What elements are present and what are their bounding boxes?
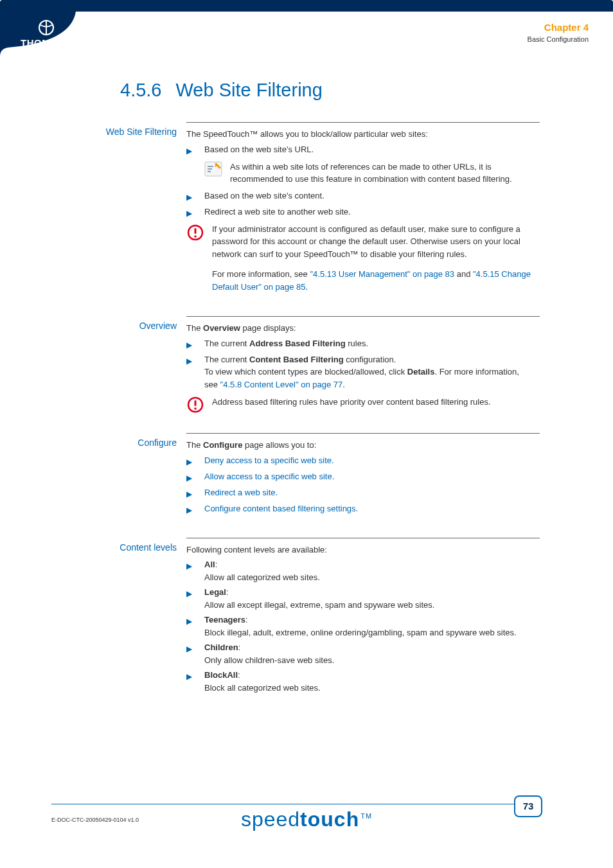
svg-rect-1 [205,162,222,176]
row-filtering: Web Site Filtering The SpeedTouch™ allow… [186,122,540,297]
text-bold: Address Based Filtering [249,339,346,348]
level-desc: Block all categorized web sites. [204,683,321,693]
bullet-item: ▶Deny access to a specific web site. [186,454,533,468]
bullet-icon: ▶ [186,641,204,666]
bullet-item: ▶ Legal:Allow all except illegal, extrem… [186,586,533,611]
bullet-icon: ▶ [186,206,204,219]
bullet-item: ▶Configure content based filtering setti… [186,502,533,516]
bullet-item: ▶ Based on the web site's content. [186,190,533,203]
bullet-icon: ▶ [186,558,204,583]
content-area: Web Site Filtering The SpeedTouch™ allow… [0,122,540,716]
level-name: Children [204,642,238,652]
bullet-text: Redirect a web site to another web site. [204,206,533,219]
text-bold: Overview [203,323,240,333]
bullet-icon: ▶ [186,190,204,203]
bullet-text: Configure content based filtering settin… [204,502,533,516]
level-name: All [204,560,215,569]
bullet-item: ▶ Children:Only allow children-save web … [186,641,533,666]
tip-note: As within a web site lots of references … [204,161,533,186]
intro-text: Following content levels are available: [186,544,533,556]
footer-logo: speedtouchTM [0,808,613,831]
svg-rect-3 [195,228,197,234]
row-label: Overview [77,321,177,331]
svg-point-7 [194,407,197,410]
bullet-item: ▶ All:Allow all categorized web sites. [186,558,533,583]
bullet-item: ▶ Redirect a web site to another web sit… [186,206,533,219]
bullet-item: ▶ The current Content Based Filtering co… [186,353,533,391]
row-configure: Configure The Configure page allows you … [186,433,540,518]
text: To view which content types are blocked/… [204,367,407,376]
warn-text: If your administrator account is configu… [212,223,533,261]
bullet-icon: ▶ [186,669,204,694]
bullet-text: The current Content Based Filtering conf… [204,353,533,391]
bullet-item: ▶ Based on the web site's URL. [186,143,533,157]
bullet-icon: ▶ [186,337,204,351]
text: The [186,440,203,450]
warn-text: Address based filtering rules have prior… [212,396,533,414]
bullet-item: ▶Redirect a web site. [186,486,533,500]
bullet-body: Legal:Allow all except illegal, extreme,… [204,586,533,611]
tip-text: As within a web site lots of references … [230,161,533,186]
page: THOMSON Chapter 4 Basic Configuration 4.… [0,0,613,868]
tip-icon [204,161,230,186]
svg-rect-6 [195,400,197,406]
row-overview: Overview The Overview page displays: ▶ T… [186,316,540,414]
bullet-icon: ▶ [186,486,204,500]
section-name: Web Site Filtering [176,80,323,100]
level-desc: Block illegal, adult, extreme, online or… [204,628,517,637]
level-desc: Allow all categorized web sites. [204,572,320,582]
bullet-icon: ▶ [186,586,204,611]
level-desc: Allow all except illegal, extreme, spam … [204,600,434,610]
chapter-block: Chapter 4 Basic Configuration [528,22,589,43]
footer: 73 E-DOC-CTC-20050429-0104 v1.0 speedtou… [0,804,613,842]
level-name: Teenagers [204,615,245,624]
globe-icon [38,19,55,36]
text: and [454,269,473,279]
text: rules. [346,339,368,348]
svg-point-4 [194,235,197,238]
tm-mark: TM [360,812,372,820]
level-name: Legal [204,587,226,597]
section-number: 4.5.6 [120,80,162,100]
header-bar [0,0,613,12]
bullet-text: Allow access to a specific web site. [204,470,533,484]
level-name: BlockAll [204,670,238,680]
link-user-management[interactable]: "4.5.13 User Management" on page 83 [310,269,454,279]
row-body: Following content levels are available: … [186,544,533,697]
text: The [186,323,203,333]
intro-text: The SpeedTouch™ allows you to block/allo… [186,128,533,141]
link-content-level[interactable]: "4.5.8 Content Level" on page 77 [220,380,343,389]
level-desc: Only allow children-save web sites. [204,655,334,665]
logo-bold: touch [300,808,359,831]
bullet-item: ▶ BlockAll:Block all categorized web sit… [186,669,533,694]
chapter-subtitle: Basic Configuration [528,35,589,43]
bullet-text: Based on the web site's URL. [204,143,533,157]
brand-logo: THOMSON [21,19,72,48]
warning-icon [186,223,212,294]
row-body: The Configure page allows you to: ▶Deny … [186,439,533,518]
warn-more: For more information, see "4.5.13 User M… [212,268,533,293]
warn-note: Address based filtering rules have prior… [186,396,533,414]
text-bold: Configure [203,440,242,450]
brand-name: THOMSON [21,38,72,48]
bullet-text: Deny access to a specific web site. [204,456,334,465]
bullet-body: Teenagers:Block illegal, adult, extreme,… [204,614,533,639]
warning-icon [186,396,212,414]
bullet-icon: ▶ [186,143,204,157]
row-content-levels: Content levels Following content levels … [186,538,540,697]
footer-divider [51,804,542,804]
logo-thin: speed [241,808,300,831]
text-bold: Details [407,367,435,376]
bullet-item: ▶ Teenagers:Block illegal, adult, extrem… [186,614,533,639]
row-body: The Overview page displays: ▶ The curren… [186,322,533,414]
text-bold: Content Based Filtering [249,355,344,364]
bullet-body: All:Allow all categorized web sites. [204,558,533,583]
warn-body: If your administrator account is configu… [212,223,533,294]
text: . [342,380,345,389]
row-label: Configure [77,438,177,448]
text: page displays: [240,323,296,333]
bullet-icon: ▶ [186,454,204,468]
section-heading: 4.5.6Web Site Filtering [120,80,323,101]
header-curve [0,12,613,69]
bullet-text: Based on the web site's content. [204,190,533,203]
